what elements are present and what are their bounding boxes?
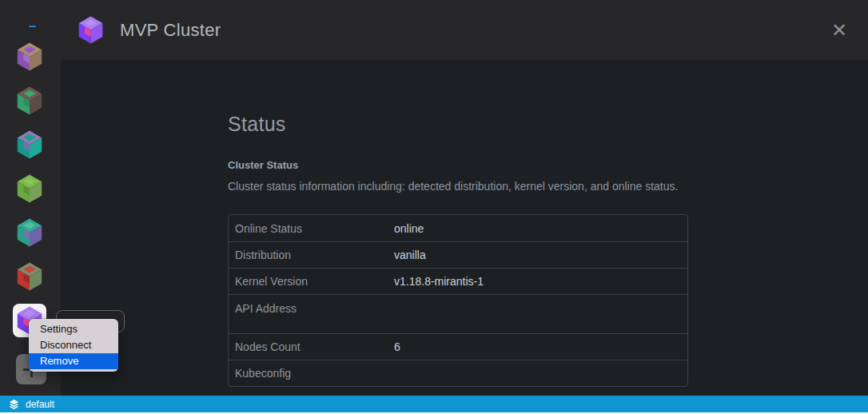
table-row: Nodes Count6 (229, 333, 687, 360)
row-label: Kernel Version (229, 275, 394, 288)
sidebar-cluster-3[interactable] (13, 128, 46, 161)
section-description: Cluster status information including: de… (228, 180, 868, 193)
sidebar-cluster-1[interactable] (13, 40, 46, 74)
table-row: API Address (229, 294, 687, 333)
table-row: Kubeconfig (229, 360, 687, 386)
settings-content: Status Cluster Status Cluster status inf… (61, 60, 868, 396)
cluster-logo-icon (76, 15, 106, 45)
context-menu: SettingsDisconnectRemove (29, 319, 118, 372)
row-value: vanilla (394, 249, 426, 261)
menu-item-settings[interactable]: Settings (29, 321, 118, 337)
window-header: MVP Cluster ✕ (0, 0, 868, 60)
section-title: Cluster Status (228, 159, 868, 171)
sidebar-cluster-2[interactable] (13, 84, 46, 117)
sidebar-indicator (29, 26, 36, 27)
sidebar-cluster-5[interactable] (13, 216, 46, 249)
namespace-label[interactable]: default (26, 399, 54, 410)
layers-icon (8, 398, 20, 410)
row-value: 6 (394, 340, 400, 353)
row-label: Nodes Count (229, 340, 394, 353)
sidebar-cluster-6[interactable] (13, 260, 46, 293)
table-row: Distributionvanilla (229, 241, 687, 268)
row-value: online (394, 222, 424, 235)
row-label: Distribution (229, 249, 394, 261)
row-value: v1.18.8-mirantis-1 (394, 275, 484, 288)
status-bar: default (0, 396, 868, 412)
status-table: Online StatusonlineDistributionvanillaKe… (228, 214, 688, 387)
table-row: Online Statusonline (229, 215, 687, 241)
menu-item-disconnect[interactable]: Disconnect (29, 337, 118, 353)
row-label: Kubeconfig (229, 367, 394, 380)
window-title: MVP Cluster (120, 20, 221, 41)
table-row: Kernel Versionv1.18.8-mirantis-1 (229, 268, 687, 294)
row-label: Online Status (229, 222, 394, 235)
menu-item-remove[interactable]: Remove (29, 353, 118, 369)
page-title: Status (228, 113, 868, 136)
close-icon[interactable]: ✕ (828, 19, 850, 42)
row-label: API Address (229, 295, 394, 315)
sidebar-cluster-4[interactable] (13, 172, 46, 205)
